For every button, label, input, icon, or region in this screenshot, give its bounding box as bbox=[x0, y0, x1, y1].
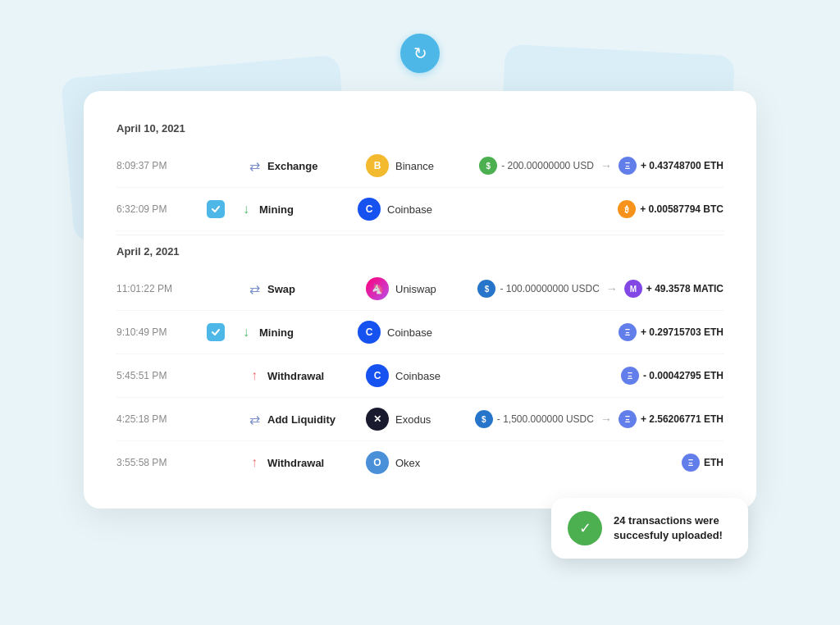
tx-exchange: OOkex bbox=[366, 451, 464, 474]
tx-amounts: $- 200.00000000 USD→Ξ+ 0.43748700 ETH bbox=[479, 157, 724, 175]
to-coin-icon: Ξ bbox=[682, 454, 700, 472]
tx-exchange: BBinance bbox=[366, 154, 464, 177]
to-coin-icon: Ξ bbox=[619, 157, 637, 175]
exchange-name: Coinbase bbox=[395, 370, 441, 382]
tx-time: 5:45:51 PM bbox=[116, 370, 207, 381]
tx-exchange: ✕Exodus bbox=[366, 408, 464, 431]
main-card: April 10, 20218:09:37 PM⇄ExchangeBBinanc… bbox=[84, 91, 756, 509]
tx-type-label: Withdrawal bbox=[267, 457, 366, 469]
tx-amounts: Ξ- 0.00042795 ETH bbox=[621, 367, 724, 385]
to-amount-text: + 2.56206771 ETH bbox=[641, 413, 724, 425]
from-coin-icon: $ bbox=[477, 280, 495, 298]
from-coin-icon: $ bbox=[475, 410, 493, 428]
tx-checkbox-empty[interactable] bbox=[207, 454, 233, 472]
tx-type-icon: ↑ bbox=[241, 455, 267, 470]
tx-exchange: 🦄Uniswap bbox=[366, 277, 464, 300]
to-coin-icon: M bbox=[624, 280, 642, 298]
tx-from-amount: $- 200.00000000 USD bbox=[479, 157, 594, 175]
to-amount-text: + 0.29715703 ETH bbox=[641, 326, 724, 338]
exchange-name: Binance bbox=[395, 160, 434, 172]
scene: ↻ April 10, 20218:09:37 PM⇄ExchangeBBina… bbox=[84, 42, 756, 583]
exchange-name: Uniswap bbox=[395, 283, 436, 295]
tx-type-icon: ↓ bbox=[233, 202, 259, 217]
tx-from-amount: $- 100.00000000 USDC bbox=[477, 280, 599, 298]
tx-type-icon: ⇄ bbox=[241, 158, 267, 174]
to-amount-text: + 0.00587794 BTC bbox=[640, 203, 724, 215]
arrow-icon: → bbox=[606, 282, 618, 295]
exchange-icon: ✕ bbox=[366, 408, 389, 431]
exchange-name: Exodus bbox=[395, 413, 431, 426]
exchange-icon: 🦄 bbox=[366, 277, 389, 300]
tx-time: 3:55:58 PM bbox=[116, 457, 207, 468]
tx-amounts: Ξ+ 0.29715703 ETH bbox=[619, 323, 724, 341]
table-row: 5:45:51 PM↑WithdrawalCCoinbaseΞ- 0.00042… bbox=[116, 354, 724, 398]
exchange-icon: B bbox=[366, 154, 389, 177]
tx-exchange: CCoinbase bbox=[358, 198, 456, 221]
to-amount-text: + 0.43748700 ETH bbox=[641, 160, 724, 171]
tx-type-label: Mining bbox=[259, 203, 358, 216]
toast-notification: ✓ 24 transactions were succesfuly upload… bbox=[551, 498, 748, 559]
tx-time: 9:10:49 PM bbox=[116, 326, 207, 338]
to-amount-text: ETH bbox=[704, 457, 724, 468]
tx-type-icon: ↑ bbox=[241, 368, 267, 383]
exchange-name: Coinbase bbox=[387, 203, 432, 216]
table-row: 9:10:49 PM↓MiningCCoinbaseΞ+ 0.29715703 … bbox=[116, 311, 724, 354]
tx-type-icon: ⇄ bbox=[241, 412, 267, 427]
table-row: 4:25:18 PM⇄Add Liquidity✕Exodus$- 1,500.… bbox=[116, 398, 724, 441]
from-amount-text: - 200.00000000 USD bbox=[501, 160, 594, 171]
tx-checkbox-empty[interactable] bbox=[207, 410, 233, 428]
from-amount-text: - 100.00000000 USDC bbox=[500, 283, 599, 294]
toast-message: 24 transactions were succesfuly uploaded… bbox=[614, 513, 723, 543]
tx-checkbox-empty[interactable] bbox=[207, 367, 233, 385]
tx-to-amount: Ξ+ 0.29715703 ETH bbox=[619, 323, 724, 341]
exchange-icon: O bbox=[366, 451, 389, 474]
tx-time: 8:09:37 PM bbox=[116, 160, 207, 171]
arrow-icon: → bbox=[600, 159, 612, 172]
to-amount-text: + 49.3578 MATIC bbox=[646, 283, 724, 294]
tx-exchange: CCoinbase bbox=[358, 321, 456, 344]
tx-time: 11:01:22 PM bbox=[116, 283, 207, 294]
date-header-1: April 2, 2021 bbox=[116, 245, 724, 258]
tx-checkbox-empty[interactable] bbox=[207, 157, 233, 175]
tx-amounts: ₿+ 0.00587794 BTC bbox=[618, 200, 724, 218]
table-row: 3:55:58 PM↑WithdrawalOOkexΞETH bbox=[116, 441, 724, 484]
toast-line1: 24 transactions were bbox=[614, 513, 723, 528]
from-coin-icon: $ bbox=[479, 157, 497, 175]
tx-type-label: Mining bbox=[259, 326, 358, 339]
tx-amounts: $- 100.00000000 USDC→M+ 49.3578 MATIC bbox=[477, 280, 724, 298]
tx-type-icon: ↓ bbox=[233, 325, 259, 340]
arrow-icon: → bbox=[600, 413, 612, 426]
tx-to-amount: Ξ+ 0.43748700 ETH bbox=[619, 157, 724, 175]
tx-time: 6:32:09 PM bbox=[116, 203, 207, 215]
to-coin-icon: Ξ bbox=[621, 367, 639, 385]
tx-type-label: Withdrawal bbox=[267, 370, 366, 382]
to-coin-icon: Ξ bbox=[619, 410, 637, 428]
to-coin-icon: ₿ bbox=[618, 200, 636, 218]
tx-from-amount: $- 1,500.000000 USDC bbox=[475, 410, 594, 428]
exchange-name: Okex bbox=[395, 457, 420, 469]
tx-exchange: CCoinbase bbox=[366, 364, 464, 387]
to-amount-text: - 0.00042795 ETH bbox=[643, 370, 724, 381]
toast-line2: succesfuly uploaded! bbox=[614, 528, 723, 543]
tx-amounts: ΞETH bbox=[682, 454, 724, 472]
tx-to-amount: Ξ- 0.00042795 ETH bbox=[621, 367, 724, 385]
tx-checkbox[interactable] bbox=[207, 323, 225, 341]
date-header-0: April 10, 2021 bbox=[116, 122, 724, 135]
refresh-icon: ↻ bbox=[413, 43, 427, 63]
exchange-icon: C bbox=[358, 198, 381, 221]
tx-checkbox[interactable] bbox=[207, 200, 225, 218]
tx-to-amount: ΞETH bbox=[682, 454, 724, 472]
tx-type-icon: ⇄ bbox=[241, 281, 267, 297]
table-row: 8:09:37 PM⇄ExchangeBBinance$- 200.000000… bbox=[116, 144, 724, 188]
tx-to-amount: Ξ+ 2.56206771 ETH bbox=[619, 410, 724, 428]
refresh-button[interactable]: ↻ bbox=[400, 34, 440, 73]
tx-type-label: Swap bbox=[267, 283, 366, 295]
tx-to-amount: ₿+ 0.00587794 BTC bbox=[618, 200, 724, 218]
tx-checkbox-empty[interactable] bbox=[207, 280, 233, 298]
tx-time: 4:25:18 PM bbox=[116, 413, 207, 425]
from-amount-text: - 1,500.000000 USDC bbox=[497, 413, 594, 425]
tx-amounts: $- 1,500.000000 USDC→Ξ+ 2.56206771 ETH bbox=[475, 410, 724, 428]
exchange-name: Coinbase bbox=[387, 326, 432, 339]
tx-type-label: Add Liquidity bbox=[267, 413, 366, 426]
exchange-icon: C bbox=[358, 321, 381, 344]
